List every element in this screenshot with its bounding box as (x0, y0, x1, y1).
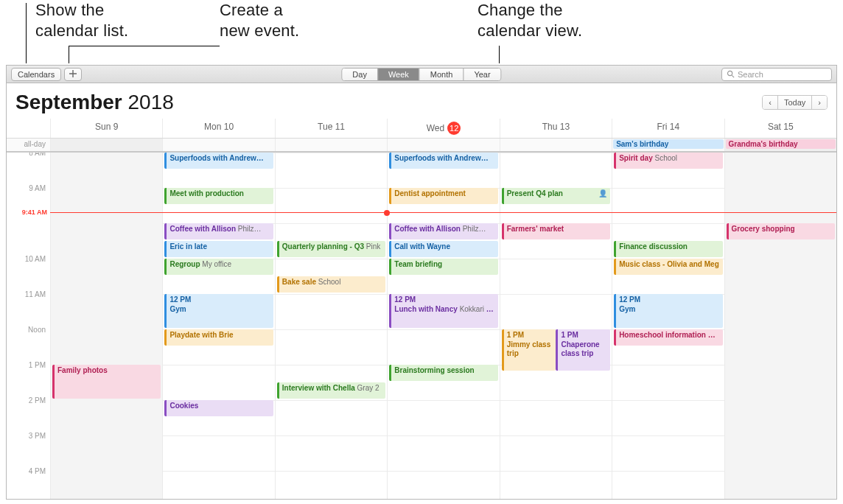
day-header: Fri 14 (612, 119, 724, 138)
svg-point-0 (727, 71, 732, 75)
hour-label: 1 PM (29, 361, 46, 369)
day-header: Thu 13 (500, 119, 612, 138)
day-column[interactable]: Superfoods with Andrew…Dentist appointme… (387, 153, 499, 499)
allday-label: all-day (7, 139, 50, 151)
event[interactable]: Farmers' market (502, 223, 610, 239)
allday-event[interactable]: Sam's birthday (613, 139, 723, 149)
hour-label: Noon (28, 326, 46, 334)
event[interactable]: Interview with Chella Gray 2 (277, 382, 385, 399)
event[interactable]: Coffee with Allison Philz… (164, 223, 273, 239)
page-title: September 2018 (15, 91, 174, 114)
calendar-window: Calendars Day Week Month Year Search Sep… (6, 65, 837, 500)
allday-cell[interactable] (387, 139, 499, 151)
event[interactable]: 12 PMGym (164, 294, 273, 328)
event[interactable]: 12 PMGym (614, 294, 722, 328)
event[interactable]: Regroup My office (164, 259, 273, 275)
day-header: Mon 10 (162, 119, 274, 138)
today-badge: 12 (447, 122, 461, 135)
event[interactable]: Bake sale School (277, 276, 385, 293)
view-segmented-control: Day Week Month Year (341, 68, 501, 81)
event[interactable]: Spirit day School (614, 153, 722, 169)
event[interactable]: Grocery shopping (727, 223, 835, 239)
callouts: Show the calendar list. Create a new eve… (0, 0, 843, 65)
event[interactable]: 12 PMLunch with Nancy Kokkari Estiatorio… (389, 294, 497, 328)
day-column[interactable]: Spirit day SchoolFinance discussionMusic… (612, 153, 724, 499)
toolbar: Calendars Day Week Month Year Search (7, 66, 836, 83)
event[interactable]: Family photos (52, 365, 161, 399)
day-header: Sat 15 (724, 119, 836, 138)
event[interactable]: Dentist appointment (389, 188, 497, 204)
event[interactable]: Finance discussion (614, 241, 722, 257)
event[interactable]: Superfoods with Andrew… (389, 153, 497, 169)
day-column[interactable]: Quarterly planning - Q3 PinkBake sale Sc… (275, 153, 387, 499)
today-button[interactable]: Today (777, 96, 811, 109)
hour-label: 2 PM (29, 396, 46, 405)
search-field[interactable]: Search (721, 68, 832, 81)
calendars-button[interactable]: Calendars (11, 68, 61, 81)
day-column[interactable]: Grocery shopping (724, 153, 836, 499)
hour-label: 4 PM (29, 467, 46, 475)
event[interactable]: 1 PMJimmy class trip (502, 329, 556, 371)
event[interactable]: Superfoods with Andrew… (164, 153, 273, 169)
plus-icon (69, 70, 77, 79)
day-header-row: Sun 9Mon 10Tue 11Wed12Thu 13Fri 14Sat 15 (7, 119, 836, 139)
allday-event[interactable]: Grandma's birthday (726, 139, 836, 149)
event[interactable]: Team briefing (389, 259, 497, 275)
day-column[interactable]: Present Q4 plan👤Farmers' market1 PMJimmy… (500, 153, 612, 499)
event[interactable]: Present Q4 plan👤 (502, 188, 610, 204)
event[interactable]: Quarterly planning - Q3 Pink (277, 241, 385, 257)
hour-label: 10 AM (25, 255, 46, 263)
callout-add: Create a new event. (220, 0, 299, 41)
event[interactable]: Music class - Olivia and Meg (614, 259, 722, 275)
hour-label: 3 PM (29, 432, 46, 440)
day-column[interactable]: Superfoods with Andrew…Meet with product… (162, 153, 274, 499)
event[interactable]: Brainstorming session (389, 365, 497, 381)
event[interactable]: Meet with production (164, 188, 273, 204)
allday-cell[interactable]: Grandma's birthday (724, 139, 836, 151)
day-header: Wed12 (387, 119, 499, 138)
day-header: Sun 9 (50, 119, 162, 138)
attendee-icon: 👤 (598, 189, 607, 199)
event[interactable]: Homeschool information day (614, 329, 722, 346)
add-event-button[interactable] (64, 68, 82, 81)
now-time-label: 9:41 AM (7, 209, 47, 216)
week-grid[interactable]: 8 AM9 AM10 AM11 AMNoon1 PM2 PM3 PM4 PM5 … (7, 153, 836, 499)
now-indicator (50, 212, 836, 213)
event[interactable]: Playdate with Brie (164, 329, 273, 346)
callout-view: Change the calendar view. (478, 0, 582, 41)
hour-label: 9 AM (29, 184, 46, 192)
event[interactable]: Call with Wayne (389, 241, 497, 257)
allday-cell[interactable] (50, 139, 162, 151)
hour-label: 8 AM (29, 153, 46, 157)
day-columns: Family photosSuperfoods with Andrew…Meet… (50, 153, 836, 499)
event[interactable]: Eric in late (164, 241, 273, 257)
next-week-button[interactable]: › (811, 96, 827, 109)
callout-calendars: Show the calendar list. (35, 0, 128, 41)
event[interactable]: Cookies (164, 400, 273, 416)
day-header: Tue 11 (275, 119, 387, 138)
prev-week-button[interactable]: ‹ (763, 96, 777, 109)
view-month-button[interactable]: Month (419, 69, 464, 80)
hour-label: 11 AM (25, 290, 46, 298)
allday-row: all-daySam's birthdayGrandma's birthday (7, 139, 836, 153)
view-year-button[interactable]: Year (463, 69, 500, 80)
view-week-button[interactable]: Week (377, 69, 419, 80)
event[interactable]: Coffee with Allison Philz… (389, 223, 497, 239)
allday-cell[interactable] (275, 139, 387, 151)
calendar-header: September 2018 ‹ Today › (7, 83, 836, 119)
day-column[interactable]: Family photos (50, 153, 162, 499)
date-nav-group: ‹ Today › (762, 95, 828, 110)
search-placeholder: Search (738, 70, 763, 79)
allday-cell[interactable]: Sam's birthday (612, 139, 724, 151)
search-icon (727, 70, 738, 80)
allday-cell[interactable] (500, 139, 612, 151)
view-day-button[interactable]: Day (342, 69, 377, 80)
event[interactable]: 1 PMChaperone class trip (556, 329, 610, 371)
allday-cell[interactable] (162, 139, 274, 151)
